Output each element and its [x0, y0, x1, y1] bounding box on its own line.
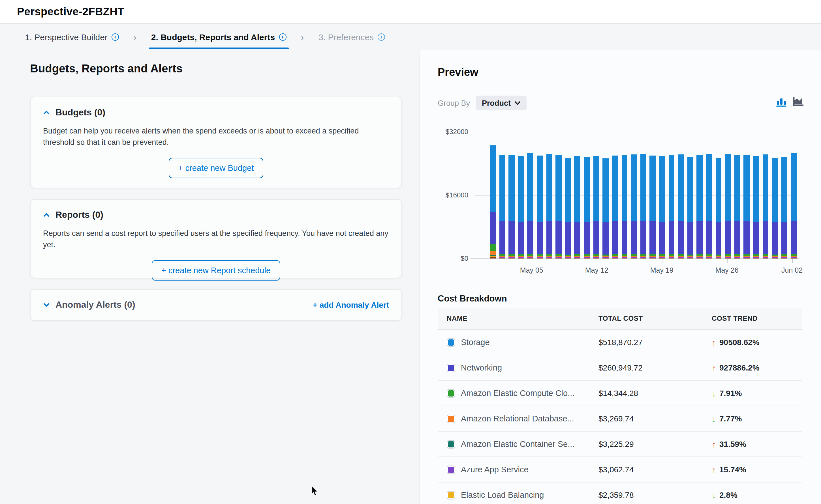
- bar-May 12[interactable]: [593, 156, 599, 259]
- bar-May 11[interactable]: [584, 157, 590, 259]
- bar-May 21[interactable]: [678, 154, 684, 259]
- bar-segment: [490, 244, 496, 251]
- table-body: Storage$518,870.27↑90508.62%Networking$2…: [438, 330, 802, 504]
- anomaly-alerts-card: Anomaly Alerts (0) + add Anomaly Alert: [30, 289, 402, 321]
- row-total-cost: $3,225.29: [589, 440, 703, 449]
- bar-May 10[interactable]: [574, 156, 580, 259]
- bar-segment: [631, 254, 637, 256]
- bar-May 25[interactable]: [715, 158, 721, 259]
- preview-panel: Preview Group By Product $32: [419, 50, 821, 504]
- bar-segment: [584, 157, 590, 222]
- reports-card-title: Reports (0): [55, 210, 103, 220]
- series-color-swatch[interactable]: [447, 465, 455, 474]
- bar-segment: [546, 254, 552, 257]
- bar-Jun 01[interactable]: [781, 157, 787, 259]
- tab-budgets-reports-alerts[interactable]: 2. Budgets, Reports and Alerts i: [149, 24, 289, 50]
- bar-May 04[interactable]: [518, 156, 524, 259]
- row-cost-trend: ↑927886.2%: [703, 363, 802, 372]
- bar-segment: [641, 221, 646, 254]
- bar-May 19[interactable]: [659, 156, 665, 259]
- bar-May 24[interactable]: [706, 154, 712, 259]
- chevron-up-icon[interactable]: [43, 109, 50, 116]
- bar-May 23[interactable]: [697, 155, 703, 259]
- bar-segment: [622, 155, 628, 221]
- bar-May 02[interactable]: [499, 155, 505, 259]
- trend-down-arrow-icon: ↓: [712, 388, 716, 398]
- bar-May 15[interactable]: [622, 155, 628, 259]
- bar-segment: [706, 221, 712, 254]
- add-anomaly-alert-button[interactable]: + add Anomaly Alert: [313, 300, 389, 309]
- row-total-cost: $2,359.78: [589, 490, 703, 499]
- bar-May 16[interactable]: [631, 154, 637, 259]
- chevron-down-icon[interactable]: [43, 301, 50, 308]
- bar-segment: [715, 222, 721, 254]
- create-budget-button[interactable]: + create new Budget: [169, 158, 264, 178]
- trend-up-arrow-icon: ↑: [712, 363, 716, 372]
- bar-segment: [603, 254, 609, 256]
- bar-May 17[interactable]: [641, 154, 646, 259]
- bar-segment: [772, 254, 778, 256]
- bar-segment: [715, 254, 721, 256]
- series-color-swatch[interactable]: [447, 414, 455, 423]
- bar-May 03[interactable]: [508, 155, 514, 259]
- bar-May 29[interactable]: [753, 156, 759, 259]
- cost-stacked-bar-chart: $32000 $16000 $0 May 05May 12May 19May 2…: [420, 118, 821, 288]
- table-row[interactable]: Azure App Service$3,062.74↑15.74%: [438, 457, 802, 483]
- bar-May 08[interactable]: [556, 155, 562, 259]
- table-row[interactable]: Storage$518,870.27↑90508.62%: [438, 330, 802, 355]
- bar-May 28[interactable]: [744, 155, 750, 259]
- bar-segment: [518, 254, 524, 257]
- bar-Jun 02[interactable]: [791, 153, 797, 259]
- bar-segment: [574, 258, 580, 259]
- bar-May 26[interactable]: [725, 154, 731, 259]
- bar-May 27[interactable]: [734, 155, 740, 259]
- bar-May 14[interactable]: [612, 156, 618, 259]
- group-by-value: Product: [482, 99, 511, 107]
- series-color-swatch[interactable]: [447, 363, 455, 372]
- table-row[interactable]: Networking$260,949.72↑927886.2%: [438, 355, 802, 381]
- bar-segment: [556, 221, 562, 254]
- tab-perspective-builder[interactable]: 1. Perspective Builder i: [23, 24, 121, 50]
- bar-segment: [565, 258, 571, 259]
- x-axis-tick: [727, 259, 728, 263]
- bar-segment: [706, 154, 712, 221]
- series-color-swatch[interactable]: [447, 440, 455, 448]
- bar-May 05[interactable]: [527, 153, 533, 259]
- table-row[interactable]: Elastic Load Balancing$2,359.78↓2.8%: [438, 483, 802, 504]
- bar-segment: [706, 254, 712, 256]
- bar-segment: [772, 222, 778, 254]
- series-color-swatch[interactable]: [447, 338, 455, 346]
- y-axis-label: $16000: [420, 191, 468, 199]
- table-row[interactable]: Amazon Elastic Compute Clo...$14,344.28↓…: [438, 381, 802, 406]
- bar-segment: [574, 254, 580, 257]
- create-report-schedule-button[interactable]: + create new Report schedule: [152, 260, 280, 280]
- bar-May 22[interactable]: [687, 157, 693, 259]
- bar-May 09[interactable]: [565, 158, 571, 259]
- series-color-swatch[interactable]: [447, 491, 455, 499]
- bar-May 30[interactable]: [762, 154, 768, 259]
- bar-May 06[interactable]: [537, 156, 543, 259]
- info-icon[interactable]: i: [378, 33, 385, 40]
- info-icon[interactable]: i: [111, 33, 119, 40]
- group-by-select[interactable]: Product: [476, 96, 526, 110]
- bar-segment: [603, 158, 609, 222]
- bar-chart-icon[interactable]: [776, 97, 787, 107]
- row-name-cell: Elastic Load Balancing: [438, 490, 589, 499]
- bar-May 18[interactable]: [650, 156, 656, 259]
- row-name-cell: Amazon Elastic Container Se...: [438, 440, 589, 449]
- series-color-swatch[interactable]: [447, 389, 455, 397]
- info-icon[interactable]: i: [279, 33, 286, 40]
- row-name: Azure App Service: [461, 465, 528, 474]
- trend-value: 2.8%: [719, 490, 738, 499]
- bar-May 20[interactable]: [669, 155, 674, 259]
- area-chart-icon[interactable]: [793, 97, 804, 107]
- bar-May 07[interactable]: [546, 154, 552, 259]
- chevron-up-icon[interactable]: [43, 212, 50, 218]
- table-row[interactable]: Amazon Relational Database...$3,269.74↓7…: [438, 406, 802, 432]
- bar-segment: [687, 258, 693, 259]
- bar-May 13[interactable]: [603, 158, 609, 259]
- bar-May 31[interactable]: [772, 158, 778, 259]
- table-row[interactable]: Amazon Elastic Container Se...$3,225.29↑…: [438, 432, 802, 457]
- bar-May 01[interactable]: [490, 146, 496, 259]
- tab-preferences[interactable]: 3. Preferences i: [316, 24, 387, 50]
